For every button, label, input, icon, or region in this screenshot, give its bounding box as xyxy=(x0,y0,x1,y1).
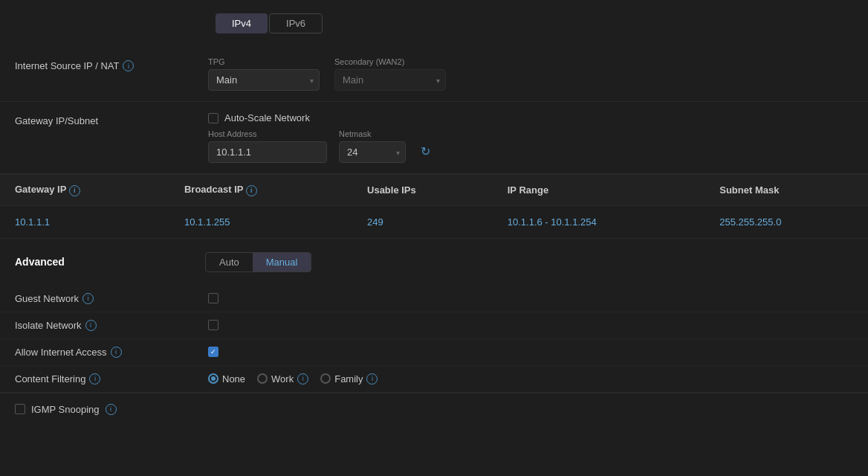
allow-internet-checkbox[interactable] xyxy=(208,347,218,357)
cell-usable-ips: 249 xyxy=(352,205,493,238)
cell-gateway-ip: 10.1.1.1 xyxy=(0,205,169,238)
netmask-group: Netmask 81624 252627 282930 ▾ xyxy=(339,129,406,163)
gateway-label: Gateway IP/Subnet xyxy=(15,112,208,126)
cell-broadcast-ip: 10.1.1.255 xyxy=(169,205,352,238)
broadcast-ip-info-icon[interactable]: i xyxy=(246,185,257,196)
guest-network-info-icon[interactable]: i xyxy=(82,293,94,304)
radio-family-circle xyxy=(320,373,331,384)
radio-work-label: Work xyxy=(271,373,294,385)
ip-table-section: Gateway IP i Broadcast IP i Usable IPs I… xyxy=(0,174,868,239)
host-address-input[interactable] xyxy=(208,141,327,163)
col-ip-range: IP Range xyxy=(493,175,705,205)
gateway-ip-info-icon[interactable]: i xyxy=(69,185,80,196)
guest-network-label: Guest Network i xyxy=(15,293,208,304)
col-gateway-ip: Gateway IP i xyxy=(0,175,169,205)
secondary-label: Secondary (WAN2) xyxy=(334,57,446,66)
allow-internet-label: Allow Internet Access i xyxy=(15,347,208,358)
advanced-toggle-group: Auto Manual xyxy=(205,252,311,272)
isolate-network-row: Isolate Network i xyxy=(0,312,868,339)
content-filtering-info-icon[interactable]: i xyxy=(89,373,100,385)
source-ip-row: Internet Source IP / NAT i TPG Main Back… xyxy=(0,47,868,102)
guest-network-checkbox[interactable] xyxy=(208,293,218,303)
secondary-select-wrapper: Main Backup ▾ xyxy=(334,69,446,91)
radio-work-circle xyxy=(257,373,268,384)
col-broadcast-ip: Broadcast IP i xyxy=(169,175,352,205)
netmask-label: Netmask xyxy=(339,129,406,138)
tab-ipv4[interactable]: IPv4 xyxy=(216,13,268,33)
cell-subnet-mask: 255.255.255.0 xyxy=(705,205,868,238)
tab-ipv6[interactable]: IPv6 xyxy=(269,13,323,33)
gateway-content: Auto-Scale Network Host Address Netmask … xyxy=(208,112,868,163)
secondary-select[interactable]: Main Backup xyxy=(334,69,446,91)
allow-internet-row: Allow Internet Access i xyxy=(0,339,868,366)
radio-family[interactable]: Family i xyxy=(320,373,378,385)
source-ip-label: Internet Source IP / NAT i xyxy=(15,57,208,71)
radio-work[interactable]: Work i xyxy=(257,373,308,385)
refresh-button[interactable]: ↻ xyxy=(418,140,433,163)
ip-config-row: Host Address Netmask 81624 252627 282930… xyxy=(208,129,868,163)
col-usable-ips: Usable IPs xyxy=(352,175,493,205)
tpg-label: TPG xyxy=(208,57,320,66)
tab-bar: IPv4 IPv6 xyxy=(0,13,868,47)
radio-none-circle xyxy=(208,373,218,384)
source-ip-selects: TPG Main Backup ▾ Secondary (WAN2) Main xyxy=(208,57,868,91)
allow-internet-info-icon[interactable]: i xyxy=(111,347,122,358)
ip-table: Gateway IP i Broadcast IP i Usable IPs I… xyxy=(0,175,868,238)
igmp-info-icon[interactable]: i xyxy=(106,404,117,415)
col-subnet-mask: Subnet Mask xyxy=(705,175,868,205)
toggle-auto-btn[interactable]: Auto xyxy=(206,253,253,271)
gateway-row: Gateway IP/Subnet Auto-Scale Network Hos… xyxy=(0,102,868,174)
netmask-select[interactable]: 81624 252627 282930 xyxy=(339,141,406,163)
radio-none-label: None xyxy=(222,373,245,385)
igmp-label: IGMP Snooping xyxy=(31,404,100,415)
advanced-row: Advanced Auto Manual xyxy=(0,239,868,286)
content-filtering-row: Content Filtering i None Work i Family i xyxy=(0,366,868,393)
isolate-network-info-icon[interactable]: i xyxy=(85,320,97,331)
content-filtering-label: Content Filtering i xyxy=(15,373,208,385)
advanced-title: Advanced xyxy=(15,256,193,268)
guest-network-row: Guest Network i xyxy=(0,286,868,312)
toggle-manual-btn[interactable]: Manual xyxy=(253,253,311,271)
isolate-network-checkbox[interactable] xyxy=(208,320,218,330)
table-header-row: Gateway IP i Broadcast IP i Usable IPs I… xyxy=(0,175,868,205)
work-info-icon[interactable]: i xyxy=(297,373,308,385)
igmp-checkbox[interactable] xyxy=(15,404,25,414)
table-row: 10.1.1.1 10.1.1.255 249 10.1.1.6 - 10.1.… xyxy=(0,205,868,238)
content-filtering-radio-group: None Work i Family i xyxy=(208,373,378,385)
tpg-select[interactable]: Main Backup xyxy=(208,69,320,91)
tpg-select-wrapper: Main Backup ▾ xyxy=(208,69,320,91)
radio-none[interactable]: None xyxy=(208,373,245,385)
host-address-group: Host Address xyxy=(208,129,327,163)
igmp-row: IGMP Snooping i xyxy=(0,393,868,425)
family-info-icon[interactable]: i xyxy=(366,373,378,385)
auto-scale-checkbox[interactable] xyxy=(208,113,218,123)
auto-scale-row: Auto-Scale Network xyxy=(208,112,868,123)
auto-scale-label: Auto-Scale Network xyxy=(224,112,310,123)
secondary-group: Secondary (WAN2) Main Backup ▾ xyxy=(334,57,446,91)
radio-family-label: Family xyxy=(334,373,363,385)
source-ip-content: TPG Main Backup ▾ Secondary (WAN2) Main xyxy=(208,57,868,91)
tpg-group: TPG Main Backup ▾ xyxy=(208,57,320,91)
page-container: IPv4 IPv6 Internet Source IP / NAT i TPG… xyxy=(0,0,868,476)
isolate-network-label: Isolate Network i xyxy=(15,320,208,331)
host-address-label: Host Address xyxy=(208,129,327,138)
cell-ip-range: 10.1.1.6 - 10.1.1.254 xyxy=(493,205,705,238)
netmask-select-wrapper: 81624 252627 282930 ▾ xyxy=(339,141,406,163)
source-ip-info-icon[interactable]: i xyxy=(123,60,134,71)
